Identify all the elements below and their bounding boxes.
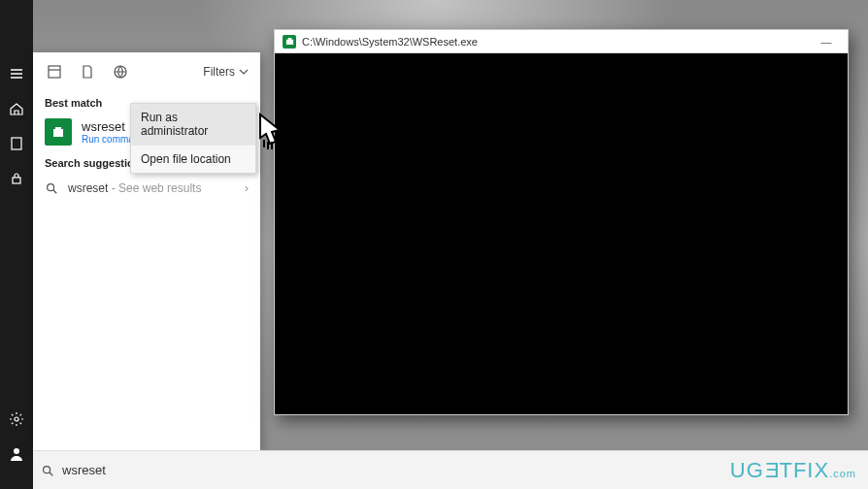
left-sidebar — [0, 0, 33, 489]
user-icon[interactable] — [0, 437, 33, 472]
app-window-icon — [283, 35, 296, 49]
context-open-file-location[interactable]: Open file location — [131, 146, 255, 173]
svg-point-6 — [48, 183, 54, 190]
svg-point-2 — [15, 417, 18, 421]
web-tab-icon[interactable] — [105, 56, 136, 87]
apps-icon[interactable] — [0, 126, 33, 161]
search-icon — [45, 181, 58, 195]
console-body[interactable] — [275, 53, 848, 414]
watermark: UGETFIX.com — [730, 458, 856, 483]
taskbar-search[interactable]: wsreset — [41, 463, 264, 477]
console-window: C:\Windows\System32\WSReset.exe — — [274, 29, 849, 415]
chevron-right-icon: › — [245, 180, 249, 195]
svg-rect-1 — [13, 178, 20, 183]
context-menu: Run as administrator Open file location — [130, 103, 256, 174]
store-icon — [45, 118, 72, 146]
suggestion-term: wsreset — [68, 181, 108, 195]
documents-tab-icon[interactable] — [72, 56, 103, 87]
apps-tab-icon[interactable] — [39, 56, 70, 87]
search-icon — [41, 464, 54, 477]
home-icon[interactable] — [0, 91, 33, 126]
chevron-down-icon — [239, 67, 249, 77]
filters-label: Filters — [203, 65, 235, 79]
suggestion-subtitle: See web results — [118, 181, 201, 195]
svg-rect-4 — [49, 66, 60, 78]
minimize-button[interactable]: — — [813, 32, 840, 51]
svg-point-7 — [44, 466, 50, 473]
svg-rect-0 — [12, 138, 21, 149]
titlebar[interactable]: C:\Windows\System32\WSReset.exe — — [275, 30, 848, 53]
settings-icon[interactable] — [0, 402, 33, 437]
menu-icon[interactable] — [0, 56, 33, 91]
window-title: C:\Windows\System32\WSReset.exe — [302, 36, 478, 48]
cursor-pointer-icon — [250, 109, 297, 159]
lock-icon[interactable] — [0, 161, 33, 196]
filters-button[interactable]: Filters — [203, 65, 254, 79]
taskbar-search-value: wsreset — [62, 463, 106, 477]
context-run-as-admin[interactable]: Run as administrator — [131, 104, 255, 146]
svg-point-3 — [14, 448, 19, 454]
suggestion-item[interactable]: wsreset - See web results › — [33, 173, 260, 203]
